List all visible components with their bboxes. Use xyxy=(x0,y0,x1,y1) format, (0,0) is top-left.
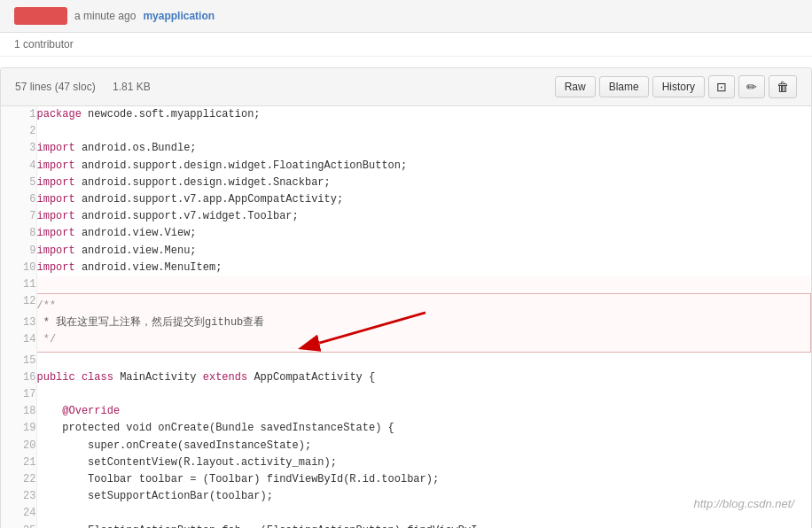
table-row: 23 setSupportActionBar(toolbar); xyxy=(1,488,811,505)
line-code xyxy=(36,276,811,293)
blame-button[interactable]: Blame xyxy=(599,76,649,97)
table-row: 11 xyxy=(1,276,811,293)
line-number: 7 xyxy=(1,208,36,225)
line-code: protected void onCreate(Bundle savedInst… xyxy=(36,420,811,437)
table-row: 9import android.view.Menu; xyxy=(1,243,811,260)
line-number: 16 xyxy=(1,369,36,386)
table-row: 10import android.view.MenuItem; xyxy=(1,260,811,276)
line-number: 15 xyxy=(1,353,36,369)
line-code: import android.view.View; xyxy=(36,225,811,242)
line-number: 1 xyxy=(1,106,36,123)
code-table: 1package newcode.soft.myapplication;23im… xyxy=(1,106,811,528)
line-number: 24 xyxy=(1,505,36,522)
display-icon: ⊡ xyxy=(716,80,727,94)
line-number: 18 xyxy=(1,403,36,420)
line-number: 2 xyxy=(1,123,36,140)
line-number: 5 xyxy=(1,175,36,191)
contributor-bar: 1 contributor xyxy=(0,33,812,57)
delete-icon-button[interactable]: 🗑 xyxy=(769,75,797,98)
raw-button[interactable]: Raw xyxy=(555,76,596,97)
trash-icon: 🗑 xyxy=(777,80,789,94)
line-code: public class MainActivity extends AppCom… xyxy=(36,369,811,386)
line-code: import android.support.v7.app.AppCompatA… xyxy=(36,191,811,208)
table-row: 16public class MainActivity extends AppC… xyxy=(1,369,811,386)
top-bar: a minute ago myapplication xyxy=(0,0,812,33)
file-info-bar: 57 lines (47 sloc) 1.81 KB Raw Blame His… xyxy=(0,67,812,106)
table-row: 14 */ xyxy=(1,331,811,353)
table-row: 25 FloatingActionButton fab = (FloatingA… xyxy=(1,523,811,529)
watermark: http://blog.csdn.net/ xyxy=(694,497,794,510)
code-container: 1package newcode.soft.myapplication;23im… xyxy=(0,106,812,528)
file-size: 1.81 KB xyxy=(113,81,151,93)
line-number: 4 xyxy=(1,158,36,175)
line-code: import android.support.v7.widget.Toolbar… xyxy=(36,208,811,225)
line-code: import android.view.Menu; xyxy=(36,243,811,260)
table-row: 21 setContentView(R.layout.activity_main… xyxy=(1,454,811,471)
line-code xyxy=(36,386,811,403)
line-number: 10 xyxy=(1,260,36,276)
line-number: 22 xyxy=(1,471,36,488)
table-row: 3import android.os.Bundle; xyxy=(1,140,811,157)
line-number: 14 xyxy=(1,331,36,353)
line-code: */ xyxy=(36,331,811,353)
avatar-placeholder xyxy=(14,7,67,25)
line-code xyxy=(36,353,811,369)
table-row: 7import android.support.v7.widget.Toolba… xyxy=(1,208,811,225)
table-row: 24 xyxy=(1,505,811,522)
line-code: @Override xyxy=(36,403,811,420)
line-code: import android.support.design.widget.Sna… xyxy=(36,175,811,191)
line-code: super.onCreate(savedInstanceState); xyxy=(36,438,811,454)
line-code: package newcode.soft.myapplication; xyxy=(36,106,811,123)
table-row: 18 @Override xyxy=(1,403,811,420)
table-row: 19 protected void onCreate(Bundle savedI… xyxy=(1,420,811,437)
line-code: import android.support.design.widget.Flo… xyxy=(36,158,811,175)
table-row: 5import android.support.design.widget.Sn… xyxy=(1,175,811,191)
table-row: 13 * 我在这里写上注释，然后提交到github查看 xyxy=(1,314,811,331)
line-number: 12 xyxy=(1,293,36,314)
line-number: 9 xyxy=(1,243,36,260)
history-button[interactable]: History xyxy=(652,76,705,97)
line-number: 17 xyxy=(1,386,36,403)
commit-time: a minute ago xyxy=(74,10,136,22)
line-code: FloatingActionButton fab = (FloatingActi… xyxy=(36,523,811,529)
line-number: 20 xyxy=(1,438,36,454)
display-icon-button[interactable]: ⊡ xyxy=(708,75,735,98)
edit-icon: ✏ xyxy=(746,80,757,94)
line-code: setContentView(R.layout.activity_main); xyxy=(36,454,811,471)
table-row: 17 xyxy=(1,386,811,403)
line-count: 57 lines (47 sloc) xyxy=(15,81,96,93)
line-code: /** xyxy=(36,293,811,314)
line-number: 19 xyxy=(1,420,36,437)
table-row: 1package newcode.soft.myapplication; xyxy=(1,106,811,123)
line-code: Toolbar toolbar = (Toolbar) findViewById… xyxy=(36,471,811,488)
table-row: 15 xyxy=(1,353,811,369)
line-number: 21 xyxy=(1,454,36,471)
file-stats: 57 lines (47 sloc) 1.81 KB xyxy=(15,81,165,93)
line-number: 8 xyxy=(1,225,36,242)
line-number: 3 xyxy=(1,140,36,157)
line-code: import android.os.Bundle; xyxy=(36,140,811,157)
table-row: 8import android.view.View; xyxy=(1,225,811,242)
table-row: 22 Toolbar toolbar = (Toolbar) findViewB… xyxy=(1,471,811,488)
repo-link[interactable]: myapplication xyxy=(143,10,215,22)
edit-icon-button[interactable]: ✏ xyxy=(738,75,765,98)
table-row: 4import android.support.design.widget.Fl… xyxy=(1,158,811,175)
table-row: 20 super.onCreate(savedInstanceState); xyxy=(1,438,811,454)
line-code: import android.view.MenuItem; xyxy=(36,260,811,276)
line-number: 23 xyxy=(1,488,36,505)
table-row: 6import android.support.v7.app.AppCompat… xyxy=(1,191,811,208)
line-number: 11 xyxy=(1,276,36,293)
line-number: 25 xyxy=(1,523,36,529)
contributor-count: 1 contributor xyxy=(14,38,74,50)
line-number: 6 xyxy=(1,191,36,208)
table-row: 2 xyxy=(1,123,811,140)
line-code: * 我在这里写上注释，然后提交到github查看 xyxy=(36,314,811,331)
line-number: 13 xyxy=(1,314,36,331)
table-row: 12/** xyxy=(1,293,811,314)
file-actions: Raw Blame History ⊡ ✏ 🗑 xyxy=(555,75,797,98)
line-code xyxy=(36,123,811,140)
